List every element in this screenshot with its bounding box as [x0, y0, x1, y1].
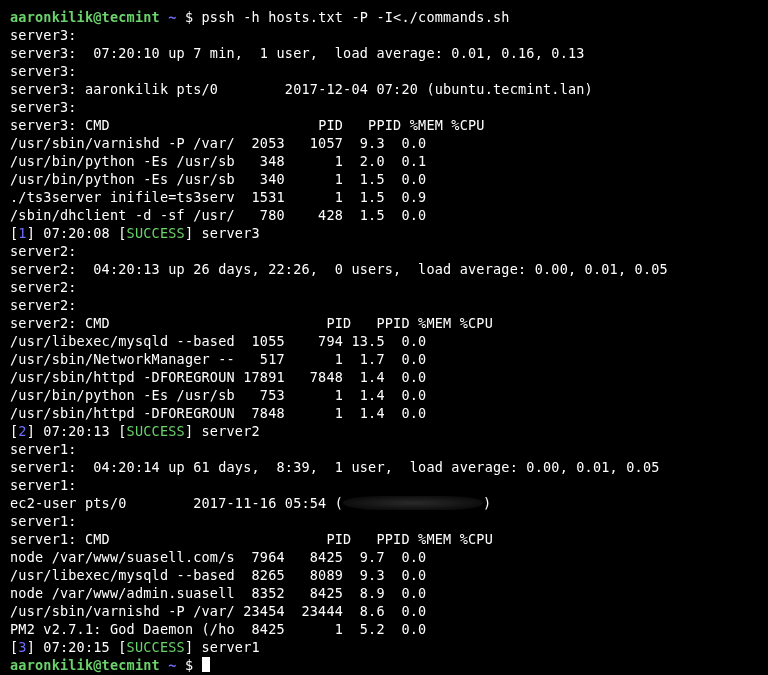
terminal-output[interactable]: aaronkilik@tecmint ~ $ pssh -h hosts.txt… [0, 0, 768, 675]
table-row: /usr/libexec/mysqld --based 1055 794 13.… [10, 333, 426, 349]
prompt-cwd: ~ [168, 9, 176, 25]
output-line: server3 [10, 27, 68, 43]
output-line: server3 [10, 117, 68, 133]
table-row: /usr/sbin/varnishd -P /var/ 23454 23444 … [10, 603, 426, 619]
table-row: /usr/sbin/NetworkManager -- 517 1 1.7 0.… [10, 351, 426, 367]
table-row: /usr/sbin/httpd -DFOREGROUN 17891 7848 1… [10, 369, 426, 385]
prompt-user: aaronkilik@tecmint [10, 657, 160, 673]
table-row: /usr/sbin/varnishd -P /var/ 2053 1057 9.… [10, 135, 426, 151]
table-row: node /var/www/admin.suasell 8352 8425 8.… [10, 585, 426, 601]
output-line: server2 [10, 261, 68, 277]
output-line: server2 [10, 315, 68, 331]
output-line: server3 [10, 63, 68, 79]
table-row: node /var/www/suasell.com/s 7964 8425 9.… [10, 549, 426, 565]
prompt-symbol: $ [185, 9, 193, 25]
output-line: 07:20:10 up 7 min, 1 user, load average:… [85, 45, 585, 61]
ps-header: CMD PID PPID %MEM %CPU [85, 315, 493, 331]
output-line: aaronkilik pts/0 2017-12-04 07:20 (ubunt… [85, 81, 593, 97]
ps-header: CMD PID PPID %MEM %CPU [85, 117, 485, 133]
prompt-cwd: ~ [168, 657, 176, 673]
table-row: ./ts3server inifile=ts3serv 1531 1 1.5 0… [10, 189, 426, 205]
output-line: server1 [10, 459, 68, 475]
table-row: /usr/bin/python -Es /usr/sb 753 1 1.4 0.… [10, 387, 426, 403]
output-line: server2 [10, 297, 68, 313]
output-line: 04:20:14 up 61 days, 8:39, 1 user, load … [85, 459, 660, 475]
status-line: [3] 07:20:15 [SUCCESS] server1 [10, 639, 260, 655]
redacted-host [343, 496, 483, 510]
output-line: server1 [10, 441, 68, 457]
output-line: server3 [10, 81, 68, 97]
prompt-symbol: $ [185, 657, 193, 673]
output-line: server3 [10, 45, 68, 61]
ps-header: CMD PID PPID %MEM %CPU [85, 531, 493, 547]
output-line: server1 [10, 531, 68, 547]
table-row: /usr/sbin/httpd -DFOREGROUN 7848 1 1.4 0… [10, 405, 426, 421]
status-line: [1] 07:20:08 [SUCCESS] server3 [10, 225, 260, 241]
output-line: server1 [10, 513, 68, 529]
table-row: /usr/bin/python -Es /usr/sb 348 1 2.0 0.… [10, 153, 426, 169]
table-row: /sbin/dhclient -d -sf /usr/ 780 428 1.5 … [10, 207, 426, 223]
output-line: 04:20:13 up 26 days, 22:26, 0 users, loa… [85, 261, 668, 277]
table-row: /usr/bin/python -Es /usr/sb 340 1 1.5 0.… [10, 171, 426, 187]
table-row: PM2 v2.7.1: God Daemon (/ho 8425 1 5.2 0… [10, 621, 426, 637]
command-line: pssh -h hosts.txt -P -I<./commands.sh [202, 9, 510, 25]
status-line: [2] 07:20:13 [SUCCESS] server2 [10, 423, 260, 439]
cursor[interactable] [202, 657, 210, 672]
output-line: ec2-user pts/0 2017-11-16 05:54 () [10, 495, 491, 511]
output-line: server1 [10, 477, 68, 493]
prompt-user: aaronkilik@tecmint [10, 9, 160, 25]
output-line: server3 [10, 99, 68, 115]
output-line: server2 [10, 243, 68, 259]
table-row: /usr/libexec/mysqld --based 8265 8089 9.… [10, 567, 426, 583]
output-line: server2 [10, 279, 68, 295]
